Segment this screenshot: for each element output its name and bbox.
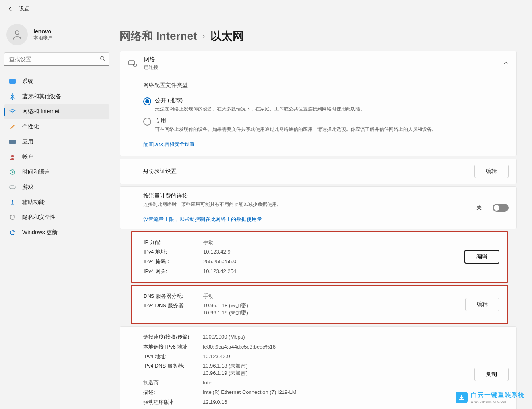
update-icon xyxy=(9,229,16,236)
search-input[interactable] xyxy=(4,52,109,66)
wifi-icon xyxy=(9,108,16,115)
firewall-link[interactable]: 配置防火墙和安全设置 xyxy=(143,141,195,148)
kv-row: IP 分配:手动 xyxy=(144,238,464,247)
kv-key: 制造商: xyxy=(143,379,203,386)
sidebar: lenovo 本地帐户 系统 蓝牙和其他设备 网络和 Internet 个性化 … xyxy=(0,17,113,409)
search-box xyxy=(4,52,109,66)
apps-icon xyxy=(9,140,16,144)
page-title: 以太网 xyxy=(210,29,244,44)
network-card: 网络 已连接 网络配置文件类型 公开 (推荐) 无法在网络上发现你的设备。在大多… xyxy=(120,51,517,156)
kv-row: DNS 服务器分配:手动 xyxy=(144,291,465,301)
kv-row: 驱动程序版本:12.19.0.16 xyxy=(143,397,474,407)
svg-point-1 xyxy=(101,56,104,60)
dns-edit-button[interactable]: 编辑 xyxy=(465,298,499,311)
radio-public[interactable]: 公开 (推荐) 无法在网络上发现你的设备。在大多数情况下，在家庭、工作或公共位置… xyxy=(143,95,509,115)
kv-row: IPv4 DNS 服务器:10.96.1.18 (未加密)10.96.1.19 … xyxy=(143,361,474,378)
sidebar-item-bluetooth[interactable]: 蓝牙和其他设备 xyxy=(4,89,109,104)
chevron-up-icon xyxy=(503,60,509,67)
kv-row: IPv4 地址:10.123.42.9 xyxy=(144,247,464,257)
back-button[interactable] xyxy=(4,2,17,15)
person-icon xyxy=(11,29,23,41)
sidebar-item-update[interactable]: Windows 更新 xyxy=(4,225,109,240)
kv-key: IPv4 掩码： xyxy=(144,258,203,265)
profile[interactable]: lenovo 本地帐户 xyxy=(4,21,109,52)
sidebar-item-label: 网络和 Internet xyxy=(22,108,59,115)
kv-key: IPv4 DNS 服务器: xyxy=(144,302,203,316)
sidebar-item-apps[interactable]: 应用 xyxy=(4,134,109,149)
dns-card: DNS 服务器分配:手动IPv4 DNS 服务器:10.96.1.18 (未加密… xyxy=(131,285,508,324)
kv-value: 1000/1000 (Mbps) xyxy=(203,333,474,341)
auth-row: 身份验证设置 编辑 xyxy=(120,159,517,184)
kv-key: 链接速度(接收/传输): xyxy=(143,333,203,341)
breadcrumb: 网络和 Internet › 以太网 xyxy=(120,29,517,44)
main-content: 网络和 Internet › 以太网 网络 已连接 网络配置文件类型 xyxy=(113,17,532,409)
radio-icon xyxy=(143,118,151,126)
sidebar-item-network[interactable]: 网络和 Internet xyxy=(4,104,109,119)
svg-rect-7 xyxy=(134,64,136,66)
arrow-left-icon xyxy=(7,6,14,12)
network-status: 已连接 xyxy=(144,64,496,71)
system-icon xyxy=(9,79,16,84)
metered-label: 按流量计费的连接 xyxy=(143,192,469,200)
radio-icon xyxy=(143,97,151,105)
kv-value: 12.19.0.16 xyxy=(203,399,474,406)
sidebar-item-accounts[interactable]: 帐户 xyxy=(4,149,109,165)
sidebar-item-label: 帐户 xyxy=(22,153,33,161)
ethernet-icon xyxy=(128,59,137,68)
watermark-text: 白云一键重装系统 xyxy=(471,392,525,398)
chevron-right-icon: › xyxy=(202,32,205,41)
sidebar-item-personalization[interactable]: 个性化 xyxy=(4,119,109,134)
kv-row: 描述:Intel(R) Ethernet Connection (7) I219… xyxy=(143,388,474,397)
kv-key: IPv4 地址: xyxy=(143,353,203,360)
kv-key: DNS 服务器分配: xyxy=(144,293,203,300)
radio-private[interactable]: 专用 可在网络上发现你的设备。如果需要文件共享或使用通过此网络通信的应用，请选择… xyxy=(143,115,509,135)
ip-card: IP 分配:手动IPv4 地址:10.123.42.9IPv4 掩码：255.2… xyxy=(131,231,508,283)
kv-row: 链接速度(接收/传输):1000/1000 (Mbps) xyxy=(143,332,474,342)
kv-value: 手动 xyxy=(203,239,464,246)
sidebar-item-privacy[interactable]: 隐私和安全性 xyxy=(4,210,109,225)
metered-link[interactable]: 设置流量上限，以帮助控制在此网络上的数据使用量 xyxy=(143,216,262,223)
sidebar-item-label: 游戏 xyxy=(22,184,33,191)
sidebar-item-label: 隐私和安全性 xyxy=(22,214,56,221)
window-title: 设置 xyxy=(19,5,29,12)
auth-edit-button[interactable]: 编辑 xyxy=(474,165,509,178)
kv-value: 10.123.42.9 xyxy=(203,353,474,360)
watermark-url: www.baiyunxitong.com xyxy=(471,399,525,403)
sidebar-item-label: 个性化 xyxy=(22,123,39,130)
kv-key: IPv4 地址: xyxy=(144,248,203,256)
sidebar-item-label: Windows 更新 xyxy=(22,229,58,236)
copy-button[interactable]: 复制 xyxy=(474,368,509,381)
svg-point-0 xyxy=(15,31,19,35)
kv-value: 10.96.1.18 (未加密)10.96.1.19 (未加密) xyxy=(203,362,474,377)
kv-row: 物理地址(MAC):6C-4B-90-CE-F0-FC xyxy=(143,407,474,409)
sidebar-item-system[interactable]: 系统 xyxy=(4,74,109,89)
sidebar-item-label: 辅助功能 xyxy=(22,199,45,206)
brush-icon xyxy=(9,123,16,130)
search-icon[interactable] xyxy=(100,56,105,63)
avatar xyxy=(6,24,28,45)
sidebar-item-time[interactable]: 时间和语言 xyxy=(4,165,109,180)
kv-key: IP 分配: xyxy=(144,239,203,246)
metered-toggle[interactable] xyxy=(493,204,509,212)
network-header[interactable]: 网络 已连接 xyxy=(120,51,516,76)
game-icon xyxy=(9,184,16,191)
ip-edit-button[interactable]: 编辑 xyxy=(464,250,499,264)
profile-type-label: 网络配置文件类型 xyxy=(143,82,509,89)
sidebar-item-accessibility[interactable]: 辅助功能 xyxy=(4,195,109,210)
auth-label: 身份验证设置 xyxy=(143,168,467,175)
radio-public-label: 公开 (推荐) xyxy=(155,97,365,104)
titlebar: 设置 xyxy=(0,0,532,17)
sidebar-item-label: 应用 xyxy=(22,138,33,145)
kv-value: 10.123.42.9 xyxy=(203,248,464,256)
profile-name: lenovo xyxy=(33,28,52,35)
account-icon xyxy=(9,153,16,161)
kv-value: Intel xyxy=(203,379,474,386)
kv-value: 255.255.255.0 xyxy=(203,258,464,265)
sidebar-item-label: 时间和语言 xyxy=(22,169,50,176)
svg-point-5 xyxy=(12,200,13,202)
kv-value: 10.123.42.254 xyxy=(203,268,464,275)
sidebar-item-gaming[interactable]: 游戏 xyxy=(4,180,109,195)
kv-key: 描述: xyxy=(143,389,203,396)
profile-sub: 本地帐户 xyxy=(33,35,52,41)
breadcrumb-parent[interactable]: 网络和 Internet xyxy=(120,29,197,44)
